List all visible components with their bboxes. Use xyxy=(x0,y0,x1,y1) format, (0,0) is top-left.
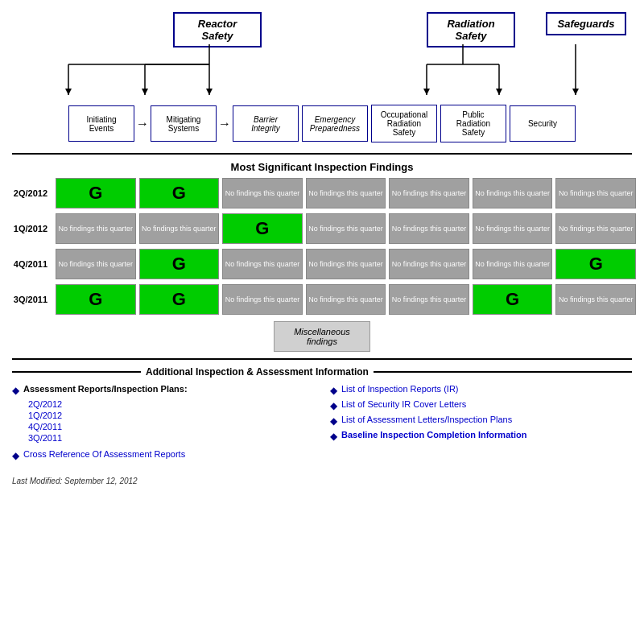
misc-findings-box[interactable]: Miscellaneous findings xyxy=(274,321,370,352)
occupational-radiation-safety-label: Occupational Radiation Safety xyxy=(381,110,427,137)
emergency-preparedness-box: Emergency Preparedness xyxy=(302,105,368,142)
diamond-icon-4: ◆ xyxy=(330,400,337,411)
misc-findings-label: Miscellaneous findings xyxy=(294,327,350,346)
security-ir-link[interactable]: List of Security IR Cover Letters xyxy=(341,399,466,409)
assessment-reports-header[interactable]: ◆ Assessment Reports/Inspection Plans: xyxy=(12,384,314,396)
additional-title: Additional Inspection & Assessment Infor… xyxy=(146,366,369,378)
mitigating-systems-box: Mitigating Systems xyxy=(151,105,217,142)
cross-reference-item[interactable]: ◆ Cross Reference Of Assessment Reports xyxy=(12,449,314,461)
quarter-label-1q2012: 1Q/2012 xyxy=(8,213,52,244)
assessment-3q2011-link[interactable]: 3Q/2011 xyxy=(28,433,62,443)
assessment-2q2012[interactable]: 2Q/2012 xyxy=(28,399,314,409)
bottom-divider xyxy=(12,358,632,360)
findings-row-1q2012: 1Q/2012 No findings this quarter No find… xyxy=(8,213,636,244)
assessment-letters-link[interactable]: List of Assessment Letters/Inspection Pl… xyxy=(341,415,512,424)
assessment-4q2011-link[interactable]: 4Q/2011 xyxy=(28,422,62,431)
safeguards-label: Safeguards xyxy=(558,18,615,30)
finding-cell-4q2011-3: No findings this quarter xyxy=(222,249,303,279)
public-radiation-safety-box: Public Radiation Safety xyxy=(440,105,506,142)
finding-cell-2q2012-3: No findings this quarter xyxy=(222,178,303,208)
diamond-icon-2: ◆ xyxy=(12,450,19,461)
diamond-icon-5: ◆ xyxy=(330,415,337,427)
cross-reference-link[interactable]: Cross Reference Of Assessment Reports xyxy=(23,449,185,459)
finding-cell-3q2011-2: G xyxy=(139,284,220,315)
assessment-4q2011[interactable]: 4Q/2011 xyxy=(28,422,314,431)
finding-cell-2q2012-5: No findings this quarter xyxy=(389,178,469,208)
initiating-events-box: Initiating Events xyxy=(68,105,134,142)
reactor-safety-label: Reactor Safety xyxy=(198,18,237,42)
emergency-preparedness-label: Emergency Preparedness xyxy=(310,115,360,133)
diamond-icon-6: ◆ xyxy=(330,431,337,442)
info-right: ◆ List of Inspection Reports (IR) ◆ List… xyxy=(330,384,632,464)
findings-section: 2Q/2012 G G No findings this quarter No … xyxy=(0,178,644,315)
assessment-2q2012-link[interactable]: 2Q/2012 xyxy=(28,399,62,409)
finding-cell-1q2012-1: No findings this quarter xyxy=(56,213,136,244)
radiation-safety-box: Radiation Safety xyxy=(427,12,515,47)
finding-cell-4q2011-7: G xyxy=(555,249,636,279)
finding-cell-2q2012-4: No findings this quarter xyxy=(306,178,386,208)
top-divider xyxy=(12,153,632,155)
assessment-reports-label: Assessment Reports/Inspection Plans: xyxy=(23,384,188,394)
assessment-3q2011[interactable]: 3Q/2011 xyxy=(28,433,314,443)
finding-cell-2q2012-6: No findings this quarter xyxy=(473,178,553,208)
finding-cell-1q2012-3: G xyxy=(222,213,303,244)
add-line-left xyxy=(12,371,141,373)
arrow-2: → xyxy=(218,117,231,131)
initiating-events-label: Initiating Events xyxy=(86,115,116,133)
finding-cell-2q2012-2: G xyxy=(139,178,220,208)
additional-divider-row: Additional Inspection & Assessment Infor… xyxy=(12,366,632,378)
inspection-reports-item[interactable]: ◆ List of Inspection Reports (IR) xyxy=(330,384,632,396)
security-label: Security xyxy=(528,119,557,128)
inspection-reports-link[interactable]: List of Inspection Reports (IR) xyxy=(341,384,459,394)
arrow-1: → xyxy=(136,117,149,131)
barrier-integrity-box: Barrier Integrity xyxy=(233,105,299,142)
finding-cell-4q2011-2: G xyxy=(139,249,220,279)
diamond-icon-1: ◆ xyxy=(12,385,19,396)
finding-cell-1q2012-4: No findings this quarter xyxy=(306,213,386,244)
finding-cell-3q2011-1: G xyxy=(56,284,136,315)
baseline-inspection-label: Baseline Inspection Completion Informati… xyxy=(341,430,526,440)
assessment-1q2012-link[interactable]: 1Q/2012 xyxy=(28,411,62,420)
security-box: Security xyxy=(510,105,576,142)
radiation-safety-label: Radiation Safety xyxy=(447,18,494,42)
diamond-icon-3: ◆ xyxy=(330,385,337,396)
assessment-letters-item[interactable]: ◆ List of Assessment Letters/Inspection … xyxy=(330,415,632,427)
finding-cell-2q2012-7: No findings this quarter xyxy=(555,178,636,208)
finding-cell-3q2011-3: No findings this quarter xyxy=(222,284,303,315)
baseline-inspection-item[interactable]: ◆ Baseline Inspection Completion Informa… xyxy=(330,430,632,442)
finding-cell-3q2011-5: No findings this quarter xyxy=(389,284,469,315)
finding-cell-1q2012-5: No findings this quarter xyxy=(389,213,469,244)
additional-section: Additional Inspection & Assessment Infor… xyxy=(0,366,644,464)
baseline-inspection-link[interactable]: Baseline Inspection Completion Informati… xyxy=(341,430,526,440)
finding-cell-3q2011-7: No findings this quarter xyxy=(555,284,636,315)
finding-cell-4q2011-1: No findings this quarter xyxy=(56,249,136,279)
quarter-label-2q2012: 2Q/2012 xyxy=(8,178,52,208)
barrier-integrity-label: Barrier Integrity xyxy=(251,115,280,133)
public-radiation-safety-label: Public Radiation Safety xyxy=(456,110,490,137)
reactor-safety-box: Reactor Safety xyxy=(173,12,262,47)
safeguards-box: Safeguards xyxy=(546,12,626,35)
info-left: ◆ Assessment Reports/Inspection Plans: 2… xyxy=(12,384,314,464)
findings-title: Most Significant Inspection Findings xyxy=(0,161,644,173)
finding-cell-1q2012-6: No findings this quarter xyxy=(473,213,553,244)
mitigating-systems-label: Mitigating Systems xyxy=(167,115,201,133)
findings-row-2q2012: 2Q/2012 G G No findings this quarter No … xyxy=(8,178,636,208)
findings-row-4q2011: 4Q/2011 No findings this quarter G No fi… xyxy=(8,249,636,279)
occupational-radiation-safety-box: Occupational Radiation Safety xyxy=(371,105,437,142)
security-ir-item[interactable]: ◆ List of Security IR Cover Letters xyxy=(330,399,632,411)
info-columns: ◆ Assessment Reports/Inspection Plans: 2… xyxy=(12,384,632,464)
quarter-label-3q2011: 3Q/2011 xyxy=(8,284,52,315)
finding-cell-1q2012-7: No findings this quarter xyxy=(555,213,636,244)
add-line-right xyxy=(374,371,632,373)
quarter-label-4q2011: 4Q/2011 xyxy=(8,249,52,279)
finding-cell-4q2011-4: No findings this quarter xyxy=(306,249,386,279)
finding-cell-4q2011-6: No findings this quarter xyxy=(473,249,553,279)
findings-row-3q2011: 3Q/2011 G G No findings this quarter No … xyxy=(8,284,636,315)
finding-cell-3q2011-4: No findings this quarter xyxy=(306,284,386,315)
finding-cell-2q2012-1: G xyxy=(56,178,136,208)
finding-cell-3q2011-6: G xyxy=(473,284,553,315)
finding-cell-4q2011-5: No findings this quarter xyxy=(389,249,469,279)
finding-cell-1q2012-2: No findings this quarter xyxy=(139,213,220,244)
assessment-1q2012[interactable]: 1Q/2012 xyxy=(28,411,314,420)
last-modified: Last Modified: September 12, 2012 xyxy=(0,477,644,485)
